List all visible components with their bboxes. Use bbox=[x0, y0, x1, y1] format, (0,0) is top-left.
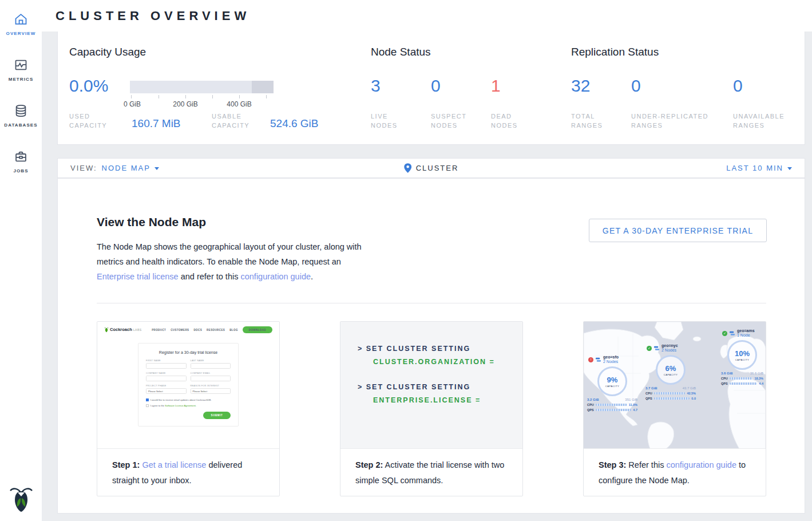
form-title: Register for a 30-day trial license bbox=[146, 350, 231, 354]
time-range-dropdown[interactable]: LAST 10 MIN bbox=[726, 164, 792, 172]
enterprise-trial-button[interactable]: GET A 30-DAY ENTERPRISE TRIAL bbox=[589, 219, 767, 242]
cockroach-bug-icon bbox=[104, 327, 109, 333]
download-button: DOWNLOAD bbox=[243, 326, 272, 333]
node-map-preview: ! geo=sfo 2 Nodes 9% CAPACITY 3.2 GiB351… bbox=[584, 322, 766, 449]
configuration-guide-link[interactable]: configuration guide bbox=[666, 460, 736, 469]
nav-link: RESOURCES bbox=[207, 329, 225, 331]
description-text: . bbox=[311, 272, 313, 281]
usable-capacity-value: 524.6 GiB bbox=[270, 117, 319, 130]
map-node-nyc: ✓ geo=nyc 2 Nodes 6% CAPACITY 3.7 GiB43.… bbox=[644, 344, 697, 400]
cluster-label: CLUSTER bbox=[416, 164, 459, 172]
view-dropdown[interactable]: NODE MAP bbox=[102, 164, 159, 172]
node-group-icon bbox=[595, 357, 601, 363]
sql-setting: CLUSTER.ORGANIZATION = bbox=[373, 358, 522, 366]
chevron-down-icon bbox=[155, 167, 159, 170]
view-value: NODE MAP bbox=[102, 164, 150, 172]
nav-link: PRODUCT bbox=[152, 329, 166, 331]
chevron-down-icon bbox=[787, 167, 792, 170]
divider bbox=[97, 303, 766, 303]
mini-site-header: Cockroach LABS PRODUCT CUSTOMERS DOCS RE… bbox=[97, 322, 279, 333]
home-icon bbox=[13, 11, 29, 27]
capacity-axis-labels: 0 GiB 200 GiB 400 GiB bbox=[130, 100, 274, 109]
node-group-icon bbox=[653, 345, 660, 352]
briefcase-icon bbox=[13, 149, 29, 164]
live-nodes-label: LIVE NODES bbox=[371, 112, 411, 130]
checkbox-unchecked bbox=[146, 404, 149, 407]
sql-statement: > SET CLUSTER SETTING CLUSTER.ORGANIZATI… bbox=[358, 345, 522, 366]
sidebar-item-jobs[interactable]: JOBS bbox=[0, 145, 42, 182]
node-count: 2 Nodes bbox=[662, 348, 678, 353]
get-trial-license-link[interactable]: Get a trial license bbox=[142, 460, 206, 469]
cpu-bar bbox=[596, 404, 627, 406]
sidebar-item-label: JOBS bbox=[13, 168, 28, 173]
nav-link: CUSTOMERS bbox=[171, 329, 189, 331]
cockroach-labs-logo bbox=[0, 486, 42, 513]
cluster-stats-panel: Capacity Usage 0.0% 0 GiB 200 GiB 400 Gi… bbox=[57, 31, 805, 145]
suspect-nodes-label: SUSPECT NODES bbox=[431, 112, 477, 130]
capacity-percent: 0.0% bbox=[69, 76, 108, 96]
step-prefix: Step 1: bbox=[112, 460, 140, 469]
submit-button: SUBMIT bbox=[203, 412, 231, 419]
section-title: Replication Status bbox=[571, 46, 659, 58]
capacity-bar: 0 GiB 200 GiB 400 GiB bbox=[130, 81, 274, 109]
sidebar-item-databases[interactable]: DATABASES bbox=[0, 100, 42, 136]
locality-name: geo=nyc bbox=[662, 344, 678, 348]
unavailable-ranges-label: UNAVAILABLE RANGES bbox=[733, 112, 799, 130]
qps-bar bbox=[730, 382, 757, 385]
time-range-value: LAST 10 MIN bbox=[726, 164, 783, 172]
select-input: Please Select bbox=[191, 388, 231, 394]
sidebar-item-overview[interactable]: OVERVIEW bbox=[0, 8, 42, 45]
step3-card: ! geo=sfo 2 Nodes 9% CAPACITY 3.2 GiB351… bbox=[583, 321, 766, 496]
section-title: Node Status bbox=[371, 46, 431, 58]
step-text: Refer this bbox=[626, 460, 666, 469]
checkbox-checked bbox=[146, 398, 149, 401]
checkbox-label: I agree to the Software License Agreemen… bbox=[150, 404, 197, 407]
form-checkboxes: I would like to receive email updates ab… bbox=[146, 398, 231, 407]
axis-label: 400 GiB bbox=[227, 100, 251, 108]
sidebar-item-label: DATABASES bbox=[4, 123, 38, 128]
sql-command: > SET CLUSTER SETTING bbox=[358, 345, 522, 353]
form-fields: FIRST NAME LAST NAME COMPANY NAME COMPAN… bbox=[146, 360, 231, 394]
locality-name: geo=ams bbox=[737, 329, 755, 333]
metrics-chart-icon bbox=[13, 57, 29, 73]
enterprise-trial-license-link[interactable]: Enterprise trial license bbox=[97, 272, 179, 281]
time-range-selector[interactable]: LAST 10 MIN bbox=[726, 164, 792, 172]
total-ranges-label: TOTAL RANGES bbox=[571, 112, 611, 130]
section-title: Capacity Usage bbox=[69, 46, 146, 58]
text-input bbox=[191, 363, 231, 369]
capacity-bar-track bbox=[130, 81, 274, 93]
node-map-heading: View the Node Map bbox=[97, 215, 369, 229]
step2-caption: Step 2: Activate the trial license with … bbox=[340, 449, 522, 488]
sql-setting: ENTERPRISE.LICENSE = bbox=[373, 396, 522, 404]
sql-command: > SET CLUSTER SETTING bbox=[358, 383, 522, 391]
configuration-guide-link[interactable]: configuration guide bbox=[240, 272, 311, 281]
capacity-gauge: 9% CAPACITY bbox=[597, 366, 627, 396]
field-label: PROJECT PHASE bbox=[146, 385, 187, 387]
live-nodes-value: 3 bbox=[371, 76, 381, 96]
under-replicated-ranges-value: 0 bbox=[631, 76, 641, 96]
field-label: COMPANY NAME bbox=[146, 372, 187, 374]
sidebar-item-label: OVERVIEW bbox=[6, 31, 36, 36]
map-pin-icon bbox=[404, 163, 411, 173]
text-input bbox=[146, 376, 187, 381]
unavailable-ranges-value: 0 bbox=[733, 76, 743, 96]
total-ranges-value: 32 bbox=[571, 76, 590, 96]
suspect-nodes-value: 0 bbox=[431, 76, 441, 96]
view-selector[interactable]: VIEW: NODE MAP bbox=[70, 164, 159, 172]
replication-status-section: Replication Status 32 0 0 TOTAL RANGES U… bbox=[571, 31, 800, 144]
step1-caption: Step 1: Get a trial license delivered st… bbox=[97, 449, 279, 488]
used-capacity-label: USED CAPACITY bbox=[69, 112, 118, 130]
sidebar-item-metrics[interactable]: METRICS bbox=[0, 54, 42, 90]
node-count: 1 Node bbox=[737, 333, 755, 338]
step1-card: Cockroach LABS PRODUCT CUSTOMERS DOCS RE… bbox=[97, 321, 280, 496]
sidebar-item-label: METRICS bbox=[9, 77, 34, 82]
step-prefix: Step 2: bbox=[355, 460, 383, 469]
mini-website: Cockroach LABS PRODUCT CUSTOMERS DOCS RE… bbox=[97, 322, 279, 448]
cpu-bar bbox=[730, 377, 752, 380]
node-map-panel: View the Node Map The Node Map shows the… bbox=[57, 178, 805, 514]
node-status-section: Node Status 3 0 1 LIVE NODES SUSPECT NOD… bbox=[371, 31, 565, 144]
steps-cards: Cockroach LABS PRODUCT CUSTOMERS DOCS RE… bbox=[97, 321, 766, 496]
field-label: LAST NAME bbox=[191, 360, 231, 362]
logo-suffix: LABS bbox=[133, 328, 142, 331]
used-capacity-value: 160.7 MiB bbox=[132, 117, 181, 130]
